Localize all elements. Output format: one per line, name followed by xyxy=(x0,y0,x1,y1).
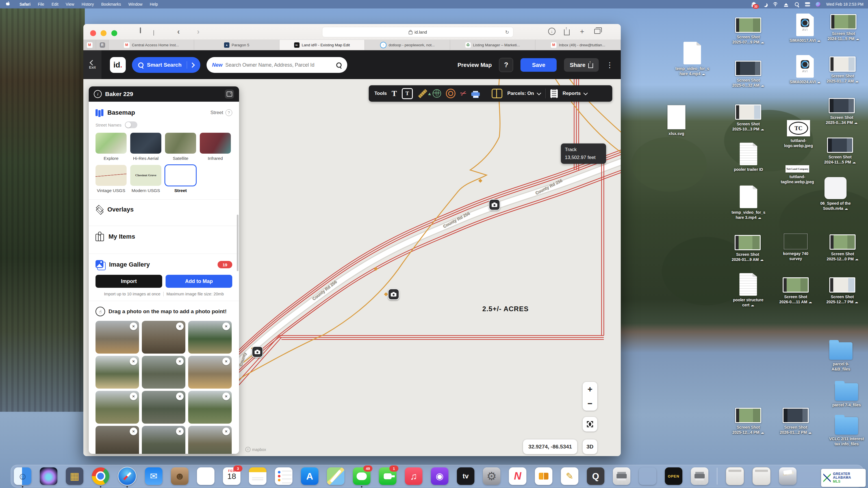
desktop-icon-xlsx-2[interactable]: xlsx.svg xyxy=(652,105,701,136)
basemap-option-infrared[interactable]: Infrared xyxy=(200,133,231,161)
text-tool[interactable]: T xyxy=(392,89,397,98)
reload-icon[interactable]: ↻ xyxy=(505,29,509,35)
remove-photo-button[interactable]: × xyxy=(176,428,184,435)
gallery-photo-5[interactable]: × xyxy=(142,356,185,389)
remove-photo-button[interactable]: × xyxy=(222,393,230,400)
tab-listing[interactable]: ♻Listing Manager – Marketi... xyxy=(450,40,535,50)
gallery-photo-9[interactable]: × xyxy=(188,391,232,424)
share-button[interactable]: Share xyxy=(564,58,599,72)
tab-central[interactable]: MCentral Access Home Inst... xyxy=(109,40,194,50)
tab-dotloop[interactable]: ◔dotloop - peoplework, not... xyxy=(365,40,450,50)
basemap-option-explore[interactable]: Explore xyxy=(95,133,127,161)
desktop-icon-doclines-12[interactable]: pooler trailer ID xyxy=(724,142,773,172)
search-input[interactable] xyxy=(225,62,334,68)
notes-dock-icon[interactable] xyxy=(249,467,267,485)
remove-photo-button[interactable]: × xyxy=(176,358,184,365)
preview-map-button[interactable]: Preview Map xyxy=(458,62,492,68)
minimize-window-button[interactable] xyxy=(101,30,106,36)
remove-photo-button[interactable]: × xyxy=(222,428,230,435)
desktop-icon-shot-25[interactable]: Screen Shot 2025-12...4 PM☁ xyxy=(723,408,773,435)
gallery-photo-12[interactable]: × xyxy=(188,426,232,454)
desktop-icon-doclines-20[interactable]: pooler structure cert☁ xyxy=(723,273,773,308)
add-to-map-button[interactable]: Add to Map xyxy=(165,275,232,288)
news-dock-icon[interactable] xyxy=(509,467,526,485)
idland-logo[interactable]: id. xyxy=(110,57,126,73)
gallery-photo-2[interactable]: × xyxy=(142,321,185,354)
back-button[interactable]: ‹ xyxy=(177,28,180,35)
overlays-section[interactable]: Overlays xyxy=(95,200,232,220)
collapse-panel-button[interactable] xyxy=(225,90,234,99)
measure-tool-icon[interactable] xyxy=(418,89,427,98)
wifi-icon[interactable] xyxy=(773,1,778,7)
sidebar-chevron-icon[interactable] xyxy=(153,30,154,35)
address-bar[interactable]: id.land ↻ xyxy=(322,27,514,37)
desktop-icon-shot-19[interactable]: Screen Shot 2025-12...0 PM☁ xyxy=(818,234,867,262)
minwin1-dock-icon[interactable] xyxy=(726,467,744,485)
owner-search-field[interactable]: New xyxy=(207,57,347,73)
calendar-dock-icon[interactable]: FEB183 xyxy=(223,467,241,485)
reminders-dock-icon[interactable] xyxy=(275,467,292,485)
remove-photo-button[interactable]: × xyxy=(176,323,184,330)
apple-menu-icon[interactable] xyxy=(0,1,16,7)
cut-tool-icon[interactable]: ✂ xyxy=(459,88,468,99)
remove-photo-button[interactable]: × xyxy=(130,393,137,400)
desktop-icon-shot-11[interactable]: Screen Shot 2025-0...34 PM☁ xyxy=(817,98,867,125)
remove-photo-button[interactable]: × xyxy=(130,358,137,365)
basemap-thumb-explore[interactable] xyxy=(95,133,127,154)
3d-toggle-button[interactable]: 3D xyxy=(583,440,597,454)
basemap-option-street[interactable]: Street xyxy=(165,165,196,193)
desktop-icon-shot-17[interactable]: Screen Shot 2026-01...9 AM☁ xyxy=(723,235,773,262)
desktop-icon-shot-9[interactable]: Screen Shot 2025-10...3 PM☁ xyxy=(723,104,773,132)
menu-item-window[interactable]: Window xyxy=(125,2,146,6)
desktop-icon-shot-26[interactable]: Screen Shot 2026-01...2 PM☁ xyxy=(771,408,820,435)
tab-inbox[interactable]: MInbox (49) - drew@tuttlan... xyxy=(535,40,621,50)
app-store-dock-icon[interactable] xyxy=(301,467,318,485)
basemap-option-vintage[interactable]: Vintage USGS xyxy=(95,165,127,193)
messages-dock-icon[interactable]: 49 xyxy=(353,467,370,485)
gallery-photo-4[interactable]: × xyxy=(95,356,139,389)
pinned-tab-r[interactable]: R xyxy=(96,40,109,50)
menu-item-bookmarks[interactable]: Bookmarks xyxy=(97,2,125,6)
pinned-tab-gmail[interactable]: M xyxy=(83,40,96,50)
recenter-button[interactable] xyxy=(583,417,597,431)
street-names-toggle[interactable] xyxy=(125,122,137,128)
safari-dock-icon[interactable] xyxy=(118,467,136,485)
tv-dock-icon[interactable] xyxy=(457,467,474,485)
save-button[interactable]: Save xyxy=(521,58,557,72)
gallery-photo-8[interactable]: × xyxy=(142,391,185,424)
smart-search-button[interactable]: Smart Search xyxy=(132,57,200,73)
desktop-icon-shot-22[interactable]: Screen Shot 2025-12...7 PM☁ xyxy=(817,277,867,305)
books-dock-icon[interactable] xyxy=(535,467,552,485)
share-icon[interactable] xyxy=(563,28,570,35)
desktop-icon-folder-27[interactable]: VCLC 2/11 Interest tax info_files xyxy=(822,414,868,447)
desktop-icon-shot-14[interactable]: Screen Shot 2024-11...5 PM☁ xyxy=(815,137,865,165)
help-button[interactable]: ? xyxy=(499,58,513,72)
dropbox-menu-icon[interactable]: 33 xyxy=(751,1,757,7)
coordinates-readout[interactable]: 32.9274, -86.5341 xyxy=(523,440,577,454)
basemap-thumb-infrared[interactable] xyxy=(200,133,231,154)
basemap-thumb-aerial[interactable] xyxy=(130,133,161,154)
parcel-split-icon[interactable] xyxy=(492,89,502,98)
close-window-button[interactable] xyxy=(90,30,96,36)
basemap-thumb-satellite[interactable] xyxy=(165,133,196,154)
menu-item-view[interactable]: View xyxy=(62,2,78,6)
forward-button[interactable]: › xyxy=(197,28,199,35)
parcels-toggle[interactable]: Parcels: On xyxy=(507,91,540,96)
eject-icon[interactable] xyxy=(783,1,789,7)
basemap-help-icon[interactable]: ? xyxy=(225,109,232,116)
basemap-thumb-street[interactable] xyxy=(165,165,196,186)
remove-photo-button[interactable]: × xyxy=(130,428,137,435)
pencil-dock-icon[interactable] xyxy=(561,467,578,485)
basemap-option-aerial[interactable]: Hi-Res Aerial xyxy=(130,133,161,161)
focus-moon-icon[interactable] xyxy=(762,1,767,7)
siri-icon[interactable] xyxy=(815,1,821,7)
more-options-button[interactable]: ⋮ xyxy=(606,64,613,66)
gallery-photo-11[interactable]: × xyxy=(142,426,185,454)
zoom-out-button[interactable]: − xyxy=(583,396,597,411)
basemap-thumb-vintage[interactable] xyxy=(95,165,127,186)
gallery-photo-3[interactable]: × xyxy=(188,321,232,354)
printer2-dock-icon[interactable] xyxy=(691,467,708,485)
chrome-dock-icon[interactable] xyxy=(92,467,110,485)
tab-land[interactable]: id.Land id® - Existing Map Edit xyxy=(279,40,365,50)
desktop-icon-music-16[interactable]: 06_Speed of the South.m4a☁ xyxy=(811,177,860,211)
